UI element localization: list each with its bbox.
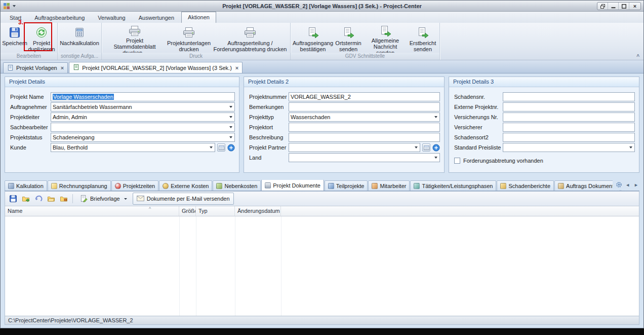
menu-tab-start[interactable]: Start <box>4 13 27 23</box>
button-label: Erstbericht senden <box>409 40 436 52</box>
documents-icon <box>265 182 271 189</box>
projektort-input[interactable] <box>289 123 440 132</box>
tab-kalkulation[interactable]: Kalkulation <box>5 180 47 191</box>
tab-nebenkosten[interactable]: Nebenkosten <box>213 180 261 191</box>
projektstatus-combobox[interactable]: Schadeneingang <box>51 133 235 142</box>
printer-icon <box>128 25 141 36</box>
kunde-add-button[interactable] <box>227 143 235 152</box>
land-combobox[interactable] <box>289 153 440 162</box>
tabbar-controls: ◄ ► <box>613 180 639 190</box>
beschreibung-input[interactable] <box>289 133 440 142</box>
chevron-down-icon[interactable] <box>207 143 215 152</box>
bemerkungen-input[interactable] <box>289 102 440 111</box>
menu-tab-aktionen[interactable]: Aktionen <box>181 12 216 23</box>
tab-label: Schadenberichte <box>508 183 550 189</box>
scroll-tabs-left-button[interactable]: ◄ <box>624 181 631 189</box>
column-header-typ[interactable]: Typ <box>196 206 235 216</box>
export-folder-button[interactable] <box>20 193 31 204</box>
projekt-name-input[interactable]: Vorlage Wasserschaden <box>51 92 235 101</box>
kunde-combobox[interactable]: Blau, Berthold <box>51 143 215 152</box>
quick-access-toolbar <box>1 3 16 10</box>
documents-table-header: Name ^ Größe Typ Änderungsdatum <box>5 206 639 216</box>
kunde-edit-button[interactable] <box>217 143 225 152</box>
menu-tab-auftragsbearbeitung[interactable]: Auftragsbearbeitung <box>28 13 91 23</box>
versicherer-input[interactable] <box>503 123 635 132</box>
allgemeine-nachricht-senden-button[interactable]: Allgemeine Nachricht senden <box>363 24 408 53</box>
ribbon-group-label: Druck <box>102 53 290 60</box>
projektunterlagen-drucken-button[interactable]: Projektunterlagen drucken <box>166 24 212 53</box>
erstbericht-senden-button[interactable]: Erstbericht senden <box>408 24 438 53</box>
tab-schadenberichte[interactable]: Schadenberichte <box>497 180 554 191</box>
sachbearbeiter-combobox[interactable] <box>51 123 235 132</box>
chevron-down-icon[interactable] <box>432 113 439 121</box>
forderungsabtretung-checkbox[interactable] <box>454 158 460 164</box>
tab-projekt-dokumente[interactable]: Projekt Dokumente <box>261 180 324 191</box>
combo-value: Blau, Berthold <box>51 144 207 151</box>
standard-preisliste-combobox[interactable] <box>503 143 635 152</box>
column-header-filler <box>281 206 639 216</box>
column-header-aenderungsdatum[interactable]: Änderungsdatum <box>235 206 281 216</box>
versicherungs-nr-input[interactable] <box>503 113 635 122</box>
auftragserteilung-drucken-button[interactable]: Auftragserteilung / Forderungsabtretung … <box>212 24 289 53</box>
stammdatenblatt-drucken-button[interactable]: Projekt Stammdatenblatt drucken <box>103 24 166 53</box>
close-tab-icon[interactable]: × <box>234 65 238 71</box>
auftragnehmer-combobox[interactable]: Sanitärfachbetrieb Wassermann <box>51 102 235 111</box>
new-folder-button[interactable] <box>58 193 69 204</box>
chevron-down-icon[interactable] <box>412 143 420 152</box>
tab-auftrags-dokumente[interactable]: Auftrags Dokumente <box>554 180 620 191</box>
menu-tab-verwaltung[interactable]: Verwaltung <box>92 13 131 23</box>
quick-access-dropdown-icon[interactable] <box>13 5 16 7</box>
tab-externe-kosten[interactable]: Externe Kosten <box>159 180 212 191</box>
doc-tab-projekt-vorlagen[interactable]: Projekt Vorlagen × <box>3 62 68 73</box>
schadensnr-input[interactable] <box>503 92 635 101</box>
tab-projektzeiten[interactable]: Projektzeiten <box>111 180 159 191</box>
schadensort2-input[interactable] <box>503 133 635 142</box>
chevron-down-icon[interactable] <box>227 133 234 141</box>
tab-rechnungsplanung[interactable]: Rechnungsplanung <box>48 180 111 191</box>
gear-icon[interactable] <box>616 181 622 189</box>
projekt-partner-add-button[interactable] <box>432 143 440 152</box>
undo-button[interactable] <box>33 193 44 204</box>
close-tab-icon[interactable]: × <box>60 65 64 71</box>
column-header-groesse[interactable]: Größe <box>179 206 196 216</box>
speichern-button[interactable]: Speichern <box>2 24 27 53</box>
auftragseingang-bestaetigen-button[interactable]: Auftragseingang bestätigen <box>292 24 334 53</box>
restore-window-button[interactable] <box>598 3 608 10</box>
briefvorlage-button[interactable]: Briefvorlage <box>76 193 131 205</box>
chevron-down-icon[interactable] <box>627 143 634 152</box>
projektnummer-input[interactable]: VORLAGE_WASSER_2 <box>289 92 440 101</box>
chevron-down-icon[interactable] <box>227 123 234 131</box>
open-folder-button[interactable] <box>46 193 57 204</box>
document-icon <box>73 64 79 71</box>
projektleiter-combobox[interactable]: Admin, Admin <box>51 113 235 122</box>
scroll-tabs-right-button[interactable]: ► <box>633 181 639 189</box>
doc-tab-projekt-vorlage-wasser-2[interactable]: Projekt [VORLAGE_WASSER_2] [Vorlage Wass… <box>69 62 243 73</box>
projekt-partner-combobox[interactable] <box>289 143 420 152</box>
save-document-button[interactable] <box>8 193 19 204</box>
projekt-duplizieren-button[interactable]: Projekt duplizieren <box>27 24 56 53</box>
ortstermin-senden-button[interactable]: Ortstermin senden <box>334 24 363 53</box>
tab-mitarbeiter[interactable]: Mitarbeiter <box>368 180 410 191</box>
clock-icon <box>115 183 121 189</box>
selected-text: Vorlage Wasserschaden <box>53 94 114 100</box>
maximize-window-button[interactable] <box>619 3 629 10</box>
documents-table: Name ^ Größe Typ Änderungsdatum C:\Proje… <box>5 206 639 325</box>
collapse-ribbon-icon[interactable]: ^ <box>636 54 639 59</box>
email-documents-button[interactable]: Dokumente per E-Mail versenden <box>133 193 234 205</box>
externe-projektnr-input[interactable] <box>503 102 635 111</box>
chevron-down-icon[interactable] <box>227 103 234 111</box>
document-icon <box>7 64 14 72</box>
chevron-down-icon[interactable] <box>227 113 234 121</box>
tab-taetigkeiten-leistungsphasen[interactable]: Tätigkeiten/Leistungsphasen <box>410 180 496 191</box>
nachkalkulation-button[interactable]: Nachkalkulation <box>59 24 100 53</box>
minimize-window-button[interactable] <box>609 3 619 10</box>
close-window-button[interactable]: × <box>630 3 640 10</box>
chevron-down-icon[interactable] <box>432 154 439 162</box>
tab-teilprojekte[interactable]: Teilprojekte <box>325 180 368 191</box>
column-header-name[interactable]: Name ^ <box>5 206 179 216</box>
documents-table-body[interactable] <box>5 216 639 316</box>
menu-tab-auswertungen[interactable]: Auswertungen <box>133 13 180 23</box>
field-label: Projekt Name <box>10 94 51 100</box>
projekt-partner-edit-button[interactable] <box>422 143 430 152</box>
projekttyp-combobox[interactable]: Wasserschaden <box>289 113 440 122</box>
